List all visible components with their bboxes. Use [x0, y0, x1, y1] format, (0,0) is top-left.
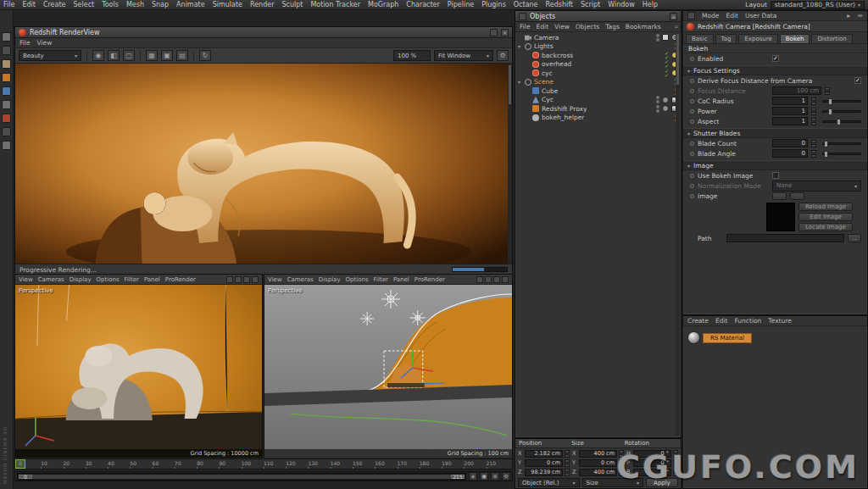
stepper[interactable] — [825, 87, 830, 95]
viewport-menu-item[interactable]: ProRender — [165, 276, 196, 283]
normalization-mode-select[interactable]: None ▾ — [772, 181, 861, 192]
viewport-menu-item[interactable]: Filter — [125, 276, 139, 283]
group-image[interactable]: ▾ Image — [683, 160, 867, 170]
viewport-menu-item[interactable]: Cameras — [38, 276, 64, 283]
viewport-menu-item[interactable]: View — [19, 276, 33, 283]
points-mode-icon[interactable] — [2, 86, 11, 96]
keyframe-dot[interactable] — [690, 184, 694, 188]
texture-options-button[interactable] — [772, 192, 787, 200]
attributes-menu-item[interactable]: Edit — [726, 12, 738, 19]
browse-button[interactable]: ... — [848, 234, 861, 242]
maximize-icon[interactable] — [243, 276, 250, 283]
size-y-input[interactable]: 0 cm — [579, 459, 617, 467]
keyframe-dot[interactable] — [690, 142, 694, 146]
aspect-slider[interactable] — [822, 120, 861, 123]
ipr-refresh-icon[interactable]: ↻ — [199, 50, 211, 61]
menubar-item[interactable]: Snap — [152, 1, 169, 8]
material-item[interactable]: RS Material — [687, 331, 867, 344]
menubar-item[interactable]: Sculpt — [281, 1, 303, 8]
visibility-dots[interactable] — [656, 96, 659, 103]
menubar-item[interactable]: Edit — [22, 1, 36, 8]
viewport-left-canvas[interactable]: Perspective Grid Spacing : 10000 cm — [15, 285, 262, 458]
use-bokeh-image-checkbox[interactable] — [772, 172, 779, 179]
objects-menu-item[interactable]: Objects — [576, 23, 599, 31]
focus-distance-input[interactable]: 100 cm — [772, 86, 821, 95]
attributes-menu-item[interactable]: User Data — [745, 12, 776, 19]
coc-radius-input[interactable]: 1 — [772, 97, 808, 105]
phong-tag-icon[interactable] — [662, 97, 669, 103]
viewport-menu-item[interactable]: Panel — [144, 276, 160, 283]
menubar-item[interactable]: Octane — [514, 1, 538, 8]
expand-icon[interactable]: ▾ — [518, 43, 525, 49]
visibility-checks[interactable] — [665, 60, 669, 68]
renderview-titlebar[interactable]: Redshift RenderView ✕ — [15, 27, 512, 38]
tab-exposure[interactable]: Exposure — [738, 34, 777, 43]
panel-menu-icon[interactable]: ≡ — [857, 13, 863, 19]
menubar-item[interactable]: Render — [250, 1, 274, 8]
viewport-right-canvas[interactable]: Perspective Grid Spacing : 100 cm — [264, 285, 512, 458]
range-start-handle[interactable]: 0 — [19, 475, 32, 479]
coc-radius-slider[interactable] — [822, 100, 861, 103]
timeline-range-slider[interactable]: 0 215 — [17, 473, 466, 481]
polygons-mode-icon[interactable] — [2, 114, 11, 123]
keyframe-dot[interactable] — [690, 152, 694, 156]
menubar-item[interactable]: MoGraph — [368, 1, 398, 8]
object-row-bokeh-helper[interactable]: bokeh_helper — [515, 114, 681, 123]
render-region-icon[interactable]: ▢ — [123, 50, 135, 61]
menubar-item[interactable]: Tools — [102, 1, 119, 8]
menubar-item[interactable]: Mesh — [126, 1, 144, 8]
position-y-input[interactable]: 0 cm — [525, 459, 563, 467]
record-keyframe-icon[interactable]: ● — [480, 472, 488, 481]
materials-menu-item[interactable]: Edit — [715, 317, 728, 325]
blade-angle-input[interactable]: 0 — [772, 149, 808, 158]
keyframe-dot[interactable] — [690, 194, 694, 198]
panel-menu-icon[interactable]: ≡ — [670, 13, 677, 20]
viewport-menu-item[interactable]: Display — [319, 276, 341, 283]
viewport-menu-item[interactable]: Options — [346, 276, 369, 283]
menubar-item[interactable]: Select — [73, 1, 94, 8]
object-row-redshift-proxy[interactable]: Redshift Proxy — [515, 104, 681, 114]
viewport-menu-item[interactable]: Filter — [374, 276, 388, 283]
object-row-camera[interactable]: Camera — [515, 33, 681, 42]
position-z-input[interactable]: 98.239 cm — [525, 469, 563, 476]
menubar-item[interactable]: Help — [643, 1, 658, 8]
position-x-input[interactable]: 2.182 cm — [525, 450, 563, 458]
timeline-range-bar[interactable] — [19, 475, 465, 479]
stepper[interactable] — [811, 140, 816, 147]
object-row-cyc-mesh[interactable]: Cyc — [515, 96, 681, 105]
pin-icon[interactable] — [226, 276, 233, 283]
phong-tag-icon[interactable] — [662, 105, 669, 112]
blade-count-slider[interactable] — [822, 142, 861, 145]
keyframe-dot[interactable] — [690, 109, 694, 114]
timeline-ruler[interactable]: 0102030405060708090100110120130140150160… — [14, 458, 513, 470]
stepper[interactable] — [811, 118, 816, 125]
pin-icon[interactable] — [476, 276, 483, 283]
menubar-item[interactable]: Create — [43, 1, 66, 8]
keyframe-dot[interactable] — [690, 79, 694, 83]
redo-icon[interactable] — [2, 46, 11, 55]
close-icon[interactable] — [252, 276, 259, 283]
compare-ab-icon[interactable]: ◧ — [108, 50, 120, 61]
reload-image-button[interactable]: Reload Image — [798, 203, 853, 211]
objects-titlebar[interactable]: Objects ≡ — [515, 11, 681, 22]
menubar-item[interactable]: Script — [581, 1, 600, 8]
power-input[interactable]: 1 — [772, 107, 808, 115]
search-icon[interactable]: ⌕ — [675, 24, 678, 31]
materials-menu-item[interactable]: Texture — [768, 317, 791, 325]
menubar-item[interactable]: Character — [406, 1, 440, 8]
stepper[interactable] — [565, 450, 570, 458]
aspect-input[interactable]: 1 — [772, 117, 808, 125]
viewport-menu-item[interactable]: ProRender — [415, 276, 445, 283]
edges-mode-icon[interactable] — [2, 100, 11, 109]
stepper[interactable] — [811, 150, 816, 158]
visibility-dots[interactable] — [656, 34, 659, 42]
group-shutter-blades[interactable]: ▾ Shutter Blades — [683, 128, 867, 138]
model-mode-icon[interactable] — [2, 59, 11, 69]
tab-tag[interactable]: Tag — [715, 34, 737, 43]
menubar-item[interactable]: Window — [608, 1, 635, 8]
viewport-menu-item[interactable]: View — [268, 276, 282, 283]
blade-angle-slider[interactable] — [822, 153, 861, 155]
keyframe-dot[interactable] — [690, 174, 694, 178]
camera-tag-icon[interactable] — [662, 34, 669, 41]
size-x-input[interactable]: 400 cm — [579, 450, 617, 458]
